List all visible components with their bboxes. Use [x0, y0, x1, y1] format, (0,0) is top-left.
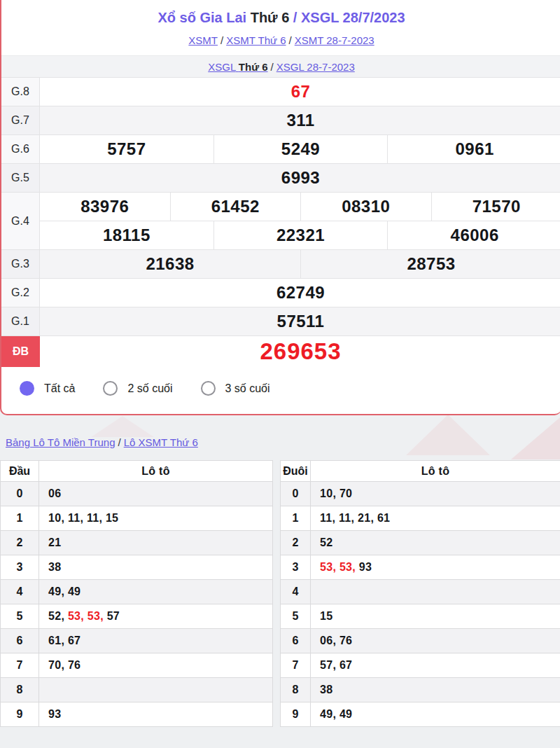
loto-row: 757, 67 — [281, 653, 560, 678]
loto-number: 57 — [107, 610, 120, 623]
loto-numbers — [39, 678, 272, 702]
prize-values: 62749 — [40, 279, 560, 307]
loto-number: 93 — [359, 561, 372, 574]
radio-selected-icon[interactable] — [20, 381, 34, 396]
loto-numbers: 06 — [39, 482, 272, 506]
loto-number: 10, — [320, 487, 340, 500]
prize-value: 71570 — [431, 193, 560, 221]
loto-row: 010, 70 — [281, 482, 560, 506]
prize-subrow: 311 — [40, 106, 560, 134]
prize-label: G.8 — [1, 78, 40, 106]
loto-numbers: 11, 11, 21, 61 — [311, 506, 560, 530]
prize-value: 0961 — [387, 135, 560, 163]
loto-row: 353, 53, 93 — [281, 555, 560, 580]
loto-numbers: 57, 67 — [311, 653, 560, 677]
loto-number: 06, — [320, 635, 340, 647]
loto-number: 10, — [48, 512, 68, 525]
prize-value: 5757 — [40, 135, 214, 163]
loto-table-dau: ĐầuLô tô006110, 11, 11, 15221338449, 495… — [0, 460, 273, 727]
prize-value: 6993 — [40, 164, 560, 192]
prize-row: G.157511 — [1, 307, 560, 336]
loto-row: 8 — [1, 678, 272, 702]
prize-values: 2163828753 — [40, 250, 560, 278]
loto-number: 67 — [340, 659, 352, 672]
prize-value: 62749 — [40, 279, 560, 307]
loto-row: 111, 11, 21, 61 — [281, 506, 560, 531]
prize-subrow: 575752490961 — [40, 135, 560, 163]
link-xsmt-thu6[interactable]: XSMT Thứ 6 — [226, 34, 286, 46]
digit-filter-radios: Tất cả2 số cuối3 số cuối — [1, 367, 560, 414]
link-xsmt[interactable]: XSMT — [188, 34, 218, 46]
prize-values: 311 — [40, 106, 560, 134]
loto-digit: 2 — [1, 531, 39, 555]
loto-numbers: 06, 76 — [311, 629, 560, 653]
loto-number: 76 — [340, 635, 352, 647]
loto-row: 661, 67 — [1, 629, 272, 653]
filter-option-0[interactable]: Tất cả — [20, 381, 75, 396]
loto-numbers: 52 — [311, 531, 560, 555]
prize-values: 575752490961 — [40, 135, 560, 163]
prize-value: 61452 — [170, 193, 301, 221]
loto-digit: 0 — [281, 482, 311, 506]
loto-number: 52, — [48, 610, 68, 623]
filter-label: 3 số cuối — [225, 382, 270, 395]
loto-number: 15 — [320, 610, 332, 623]
link-xsgl-main: XSGL — [208, 61, 235, 73]
prize-subrow: 6993 — [40, 164, 560, 192]
prize-table: G.867G.7311G.6575752490961G.56993G.48397… — [1, 77, 560, 367]
loto-number: 52 — [320, 536, 332, 549]
loto-number: 38 — [320, 684, 332, 696]
prize-value: 46006 — [387, 221, 560, 249]
breadcrumb-separator: / — [286, 34, 295, 46]
prize-row: G.56993 — [1, 164, 560, 193]
loto-row: 110, 11, 11, 15 — [1, 506, 272, 531]
loto-header-key: Đầu — [1, 461, 39, 481]
loto-digit: 4 — [1, 580, 39, 604]
link-bang-lo-to-mien-trung[interactable]: Bảng Lô Tô Miền Trung — [6, 436, 115, 448]
title-separator: / — [293, 10, 298, 25]
loto-number: 93 — [48, 708, 61, 721]
prize-subrow: 57511 — [40, 307, 560, 335]
loto-number: 61 — [377, 512, 390, 525]
loto-numbers: 38 — [39, 555, 272, 579]
loto-numbers: 49, 49 — [311, 702, 560, 726]
loto-digit: 3 — [281, 555, 311, 579]
loto-numbers: 93 — [39, 702, 272, 726]
loto-numbers: 21 — [39, 531, 272, 555]
loto-digit: 3 — [1, 555, 39, 579]
loto-number: 15 — [106, 512, 118, 525]
prize-row: G.32163828753 — [1, 250, 560, 279]
loto-number: 76 — [68, 659, 80, 672]
loto-number: 49 — [68, 586, 80, 598]
prize-label: G.3 — [1, 250, 40, 278]
loto-row: 838 — [281, 678, 560, 702]
prize-values: 57511 — [40, 307, 560, 335]
radio-unselected-icon[interactable] — [103, 381, 118, 396]
prize-subrow: 83976614520831071570 — [40, 193, 560, 221]
prize-value: 5249 — [214, 135, 388, 163]
loto-header-value: Lô tô — [311, 461, 560, 481]
loto-row: 221 — [1, 531, 272, 555]
loto-numbers: 10, 11, 11, 15 — [39, 506, 272, 530]
filter-option-1[interactable]: 2 số cuối — [103, 381, 172, 396]
prize-values: 6993 — [40, 164, 560, 192]
radio-unselected-icon[interactable] — [201, 381, 216, 396]
prize-value: 28753 — [300, 250, 560, 278]
loto-number: 49, — [48, 586, 68, 598]
link-xsgl-thu6[interactable]: XSGL Thứ 6 — [208, 61, 267, 73]
loto-number: 11, — [87, 512, 106, 525]
loto-number: 53, — [340, 561, 359, 574]
prize-label: G.6 — [1, 135, 40, 163]
loto-digit: 9 — [1, 702, 39, 726]
loto-digit: 5 — [281, 604, 311, 628]
prize-value: 311 — [40, 106, 560, 134]
loto-number: 49, — [320, 708, 340, 721]
loto-number: 70, — [48, 659, 68, 672]
link-lo-xsmt-thu6[interactable]: Lô XSMT Thứ 6 — [124, 436, 198, 448]
link-xsmt-date[interactable]: XSMT 28-7-2023 — [295, 34, 374, 46]
link-xsgl-date[interactable]: XSGL 28-7-2023 — [276, 61, 355, 73]
loto-row: 770, 76 — [1, 653, 272, 678]
breadcrumb-separator: / — [115, 436, 124, 448]
filter-option-2[interactable]: 3 số cuối — [201, 381, 270, 396]
page-title-region: Xổ số Gia Lai — [158, 10, 246, 25]
